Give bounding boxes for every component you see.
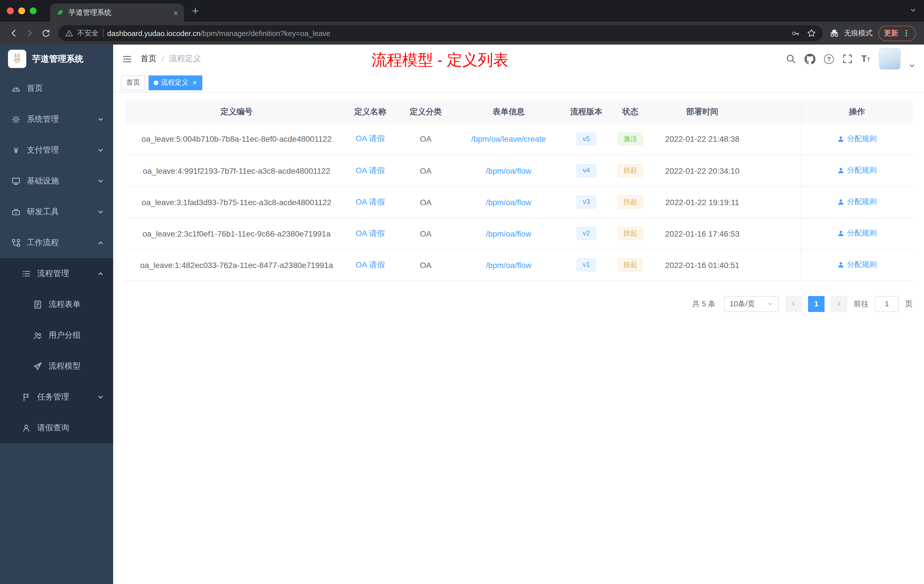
breadcrumb-current: 流程定义 bbox=[169, 54, 201, 64]
assign-rule-link[interactable]: 分配规则 bbox=[837, 228, 877, 239]
form-info-link[interactable]: /bpm/oa/flow bbox=[486, 229, 531, 238]
next-page-button[interactable] bbox=[831, 296, 847, 312]
page-size-value: 10条/页 bbox=[730, 299, 755, 309]
pagination-total: 共 5 条 bbox=[692, 299, 715, 309]
sidebar-item-users[interactable]: 用户分组 bbox=[0, 320, 113, 351]
window-close-button[interactable] bbox=[7, 7, 14, 14]
back-button[interactable] bbox=[6, 25, 22, 41]
sidebar-item-label: 首页 bbox=[27, 83, 43, 94]
form-info-link[interactable]: /bpm/oa/flow bbox=[486, 198, 531, 206]
definition-name-link[interactable]: OA 请假 bbox=[356, 165, 385, 175]
tags-view: 首页流程定义× bbox=[113, 73, 924, 92]
cell-filler bbox=[759, 218, 801, 249]
column-filler bbox=[759, 101, 801, 124]
assign-rule-link[interactable]: 分配规则 bbox=[837, 134, 877, 144]
fullscreen-icon[interactable] bbox=[842, 54, 853, 64]
chevron-up-icon bbox=[98, 240, 104, 246]
cell-filler bbox=[759, 249, 801, 280]
forward-button[interactable] bbox=[22, 25, 38, 41]
sidebar-item-tool[interactable]: 研发工具 bbox=[0, 196, 113, 228]
search-icon[interactable] bbox=[786, 54, 796, 64]
form-info-link[interactable]: /bpm/oa/flow bbox=[486, 166, 531, 175]
sidebar-item-yen[interactable]: ¥支付管理 bbox=[0, 135, 113, 166]
sidebar-item-form[interactable]: 流程表单 bbox=[0, 289, 113, 320]
definition-name-link[interactable]: OA 请假 bbox=[356, 197, 385, 206]
definition-name-link[interactable]: OA 请假 bbox=[356, 228, 385, 238]
browser-menu-icon[interactable] bbox=[902, 29, 910, 37]
url-host: dashboard.yudao.iocoder.cn bbox=[107, 29, 201, 38]
sidebar-item-label: 基础设施 bbox=[27, 176, 59, 186]
status-badge: 挂起 bbox=[618, 227, 643, 240]
cell-filler bbox=[759, 124, 801, 155]
reload-button[interactable] bbox=[38, 25, 54, 41]
sidebar-item-task[interactable]: 任务管理 bbox=[0, 382, 113, 412]
chevron-down-icon bbox=[98, 147, 104, 153]
cell-category: OA bbox=[392, 155, 459, 186]
avatar-dropdown-icon[interactable] bbox=[909, 63, 915, 70]
incognito-label: 无痕模式 bbox=[844, 28, 873, 38]
tab-close-icon[interactable]: × bbox=[173, 8, 178, 17]
prev-page-button[interactable] bbox=[785, 296, 802, 312]
breadcrumb-home[interactable]: 首页 bbox=[140, 54, 157, 64]
sidebar-item-user[interactable]: 请假查询 bbox=[0, 412, 113, 444]
goto-page-input[interactable] bbox=[875, 296, 899, 312]
window-zoom-button[interactable] bbox=[30, 7, 36, 14]
cell-deploy-time: 2022-01-16 01:40:51 bbox=[646, 249, 759, 280]
cell-filler bbox=[759, 155, 801, 186]
table-row: oa_leave:4:991f2193-7b7f-11ec-a3c8-acde4… bbox=[125, 155, 912, 186]
font-size-icon[interactable]: TT bbox=[861, 54, 870, 63]
assign-rule-link[interactable]: 分配规则 bbox=[837, 165, 877, 176]
chevron-down-icon bbox=[98, 209, 104, 215]
omnibox-divider bbox=[102, 29, 103, 37]
sidebar-item-list[interactable]: 流程管理 bbox=[0, 258, 113, 289]
tag-close-icon[interactable]: × bbox=[193, 79, 197, 86]
definition-name-link[interactable]: OA 请假 bbox=[356, 260, 385, 269]
sidebar-item-label: 研发工具 bbox=[27, 207, 59, 217]
cell-category: OA bbox=[392, 186, 459, 218]
current-page-button[interactable]: 1 bbox=[808, 296, 825, 312]
user-icon bbox=[837, 261, 845, 269]
list-icon bbox=[22, 269, 31, 278]
table-row: oa_leave:1:482ec033-762a-11ec-8477-a2380… bbox=[125, 249, 912, 280]
version-badge: v2 bbox=[576, 227, 596, 240]
page-size-select[interactable]: 10条/页 bbox=[724, 296, 779, 312]
gear-icon bbox=[12, 115, 21, 124]
table-row: oa_leave:2:3c1f0ef1-76b1-11ec-9c66-a2380… bbox=[125, 218, 912, 249]
bookmark-star-icon[interactable] bbox=[807, 28, 816, 38]
sidebar-item-gear[interactable]: 系统管理 bbox=[0, 104, 113, 135]
cell-definition-id: oa_leave:2:3c1f0ef1-76b1-11ec-9c66-a2380… bbox=[125, 218, 348, 249]
help-icon[interactable]: ? bbox=[824, 54, 834, 64]
incognito-icon bbox=[828, 27, 840, 39]
chevron-down-icon bbox=[98, 178, 104, 184]
tag-item[interactable]: 首页 bbox=[121, 75, 145, 90]
address-bar[interactable]: 不安全 dashboard.yudao.iocoder.cn/bpm/manag… bbox=[58, 25, 823, 41]
app: 芋道管理系统 首页系统管理¥支付管理基础设施研发工具工作流程流程管理流程表单用户… bbox=[0, 45, 924, 584]
sidebar-item-workflow[interactable]: 工作流程 bbox=[0, 228, 113, 258]
status-badge: 挂起 bbox=[618, 259, 643, 271]
sidebar-item-dashboard[interactable]: 首页 bbox=[0, 73, 113, 104]
definition-name-link[interactable]: OA 请假 bbox=[356, 134, 385, 143]
new-tab-button[interactable]: + bbox=[192, 5, 198, 16]
sidebar-item-plane[interactable]: 流程模型 bbox=[0, 351, 113, 382]
tab-search-chevron-icon[interactable] bbox=[910, 7, 916, 13]
form-info-link[interactable]: /bpm/oa/flow bbox=[486, 260, 531, 269]
navbar: 首页 / 流程定义 流程模型 - 定义列表 ? TT bbox=[113, 45, 924, 73]
assign-rule-link[interactable]: 分配规则 bbox=[837, 260, 877, 270]
incognito-badge: 无痕模式 bbox=[828, 27, 873, 39]
form-info-link[interactable]: /bpm/oa/leave/create bbox=[471, 135, 546, 144]
assign-rule-link[interactable]: 分配规则 bbox=[837, 197, 877, 207]
avatar[interactable] bbox=[879, 48, 901, 70]
sidebar-item-label: 流程表单 bbox=[49, 299, 81, 310]
tag-active[interactable]: 流程定义× bbox=[148, 75, 202, 90]
browser-tab[interactable]: 芋道管理系统 × bbox=[50, 3, 184, 22]
cell-deploy-time: 2022-01-16 17:46:53 bbox=[646, 218, 759, 249]
sidebar-toggle-icon[interactable] bbox=[122, 54, 132, 64]
update-chip[interactable]: 更新 bbox=[878, 25, 916, 41]
password-key-icon[interactable] bbox=[792, 29, 800, 38]
window-minimize-button[interactable] bbox=[18, 7, 25, 14]
github-icon[interactable] bbox=[805, 53, 815, 64]
logo[interactable]: 芋道管理系统 bbox=[0, 45, 113, 73]
pagination: 共 5 条 10条/页 1 前往 页 bbox=[125, 296, 912, 312]
sidebar-item-monitor[interactable]: 基础设施 bbox=[0, 166, 113, 196]
task-icon bbox=[22, 393, 31, 402]
